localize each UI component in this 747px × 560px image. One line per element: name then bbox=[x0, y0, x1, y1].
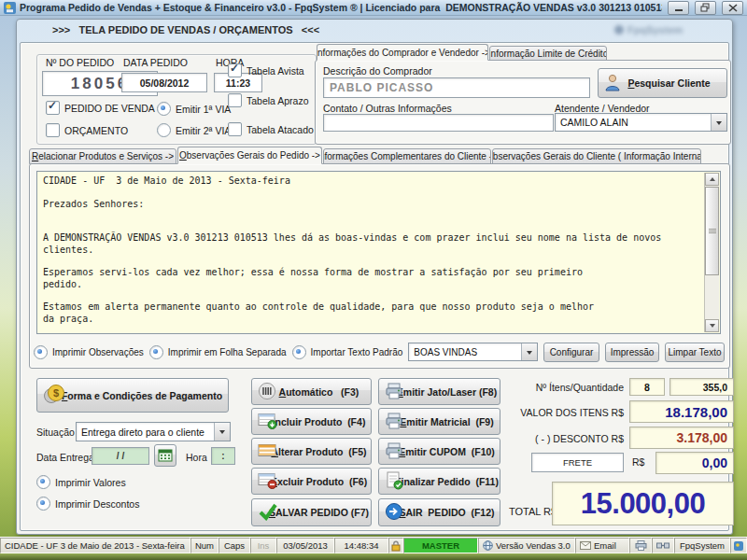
configurar-button[interactable]: Configurar bbox=[543, 343, 599, 362]
sair-pedido-button[interactable]: SAIR PEDIDO (F12) bbox=[378, 498, 500, 526]
scrollbar-thumb[interactable] bbox=[705, 187, 719, 275]
checkbox-icon bbox=[228, 63, 242, 77]
salvar-pedido-button[interactable]: SALVAR PEDIDO (F7) bbox=[251, 498, 372, 526]
printer-icon bbox=[385, 412, 403, 432]
checkbox-orcamento[interactable]: ORÇAMENTO bbox=[46, 123, 128, 137]
frete-rs-label: R$ bbox=[632, 456, 644, 468]
frete-button[interactable]: FRETE bbox=[531, 453, 624, 472]
table-remove-icon bbox=[258, 471, 277, 491]
radio-emitir-1-via[interactable]: Emitir 1ª VIA bbox=[157, 102, 231, 116]
checkbox-tabela-aprazo[interactable]: Tabela Aprazo bbox=[228, 93, 309, 107]
hora-entrega-field[interactable]: : bbox=[211, 447, 235, 465]
tab-limite-credito[interactable]: Informação Limite de Crédito bbox=[489, 46, 607, 61]
order-date-field[interactable]: 05/08/2012 bbox=[121, 73, 207, 92]
order-number-label: Nº DO PEDIDO bbox=[46, 57, 114, 68]
status-caps: Caps bbox=[218, 538, 250, 553]
check-icon bbox=[258, 502, 278, 523]
chevron-down-icon bbox=[521, 343, 537, 360]
data-entrega-label: Data Entrega bbox=[36, 452, 94, 463]
calendar-icon bbox=[158, 448, 173, 463]
valor-itens-field: 18.178,00 bbox=[629, 400, 734, 423]
globe-icon bbox=[483, 540, 493, 551]
calendar-button[interactable] bbox=[154, 444, 176, 467]
observations-textarea[interactable]: CIDADE - UF 3 de Maio de 2013 - Sexta-fe… bbox=[36, 171, 721, 334]
status-bar: CIDADE - UF 3 de Maio de 2013 - Sexta-fe… bbox=[0, 537, 747, 553]
chevron-down-icon bbox=[711, 114, 726, 131]
svg-text:$: $ bbox=[53, 387, 59, 399]
scroll-up-button[interactable] bbox=[705, 173, 719, 186]
radio-imprimir-folha-separada[interactable]: Imprimir em Folha Separada bbox=[149, 345, 287, 359]
checkbox-pedido-de-venda[interactable]: PEDIDO DE VENDA bbox=[46, 101, 155, 115]
coins-icon: $ bbox=[43, 384, 67, 408]
status-ins: Ins bbox=[250, 538, 276, 553]
vertical-scrollbar[interactable] bbox=[704, 173, 719, 332]
tab-observacoes-pedido[interactable]: Observações Gerais do Pedido -> bbox=[177, 147, 322, 164]
tab-relacionar-produtos[interactable]: Relacionar Produtos e Serviços -> bbox=[29, 148, 176, 164]
window-bottom-edge bbox=[0, 553, 747, 560]
checkbox-tabela-atacado[interactable]: Tabela Atacado bbox=[228, 122, 314, 136]
checkbox-icon bbox=[46, 123, 60, 137]
radio-imprimir-valores[interactable]: Imprimir Valores bbox=[36, 475, 126, 489]
envelope-icon bbox=[580, 541, 591, 550]
incluir-produto-button[interactable]: Incluir Produto (F4) bbox=[251, 408, 372, 435]
app-icon bbox=[4, 2, 16, 14]
data-entrega-field[interactable]: / / bbox=[92, 447, 149, 465]
status-brand: FpqSystem bbox=[674, 538, 730, 553]
title-bar: Programa Pedido de Vendas + Estoque & Fi… bbox=[0, 0, 747, 16]
itens-quantidade-label: Nº Ítens/Quantidade bbox=[456, 382, 624, 393]
radio-imprimir-descontos[interactable]: Imprimir Descontos bbox=[36, 497, 139, 511]
close-button[interactable] bbox=[722, 1, 743, 15]
minimize-button[interactable] bbox=[668, 1, 689, 15]
radio-icon bbox=[34, 345, 48, 359]
radio-icon bbox=[157, 102, 171, 116]
barcode-icon bbox=[258, 382, 276, 402]
radio-icon bbox=[149, 345, 163, 359]
radio-icon bbox=[292, 345, 306, 359]
table-add-icon bbox=[258, 412, 277, 431]
radio-importar-texto-padrao[interactable]: Importar Texto Padrão bbox=[292, 345, 403, 359]
scroll-down-button[interactable] bbox=[705, 319, 719, 332]
impressao-button[interactable]: Impressão bbox=[605, 343, 659, 362]
situacao-dropdown[interactable]: Entrega direto para o cliente bbox=[76, 422, 231, 441]
contato-field[interactable] bbox=[323, 114, 554, 132]
pesquisar-cliente-button[interactable]: Pesquisar Cliente bbox=[598, 68, 727, 98]
restore-button[interactable] bbox=[695, 1, 716, 15]
status-printer[interactable] bbox=[629, 538, 652, 553]
situacao-label: Situação bbox=[36, 427, 75, 438]
status-versao: Versão Vendas 3.0 bbox=[478, 538, 575, 553]
checkbox-icon bbox=[46, 101, 60, 115]
application-window: Programa Pedido de Vendas + Estoque & Fi… bbox=[0, 0, 747, 560]
table-edit-icon bbox=[258, 441, 277, 461]
status-lock bbox=[388, 538, 403, 553]
limpar-texto-button[interactable]: Limpar Texto bbox=[665, 343, 725, 362]
tab-comprador-vendedor[interactable]: Informações do Comprador e Vendedor -> bbox=[317, 44, 488, 61]
printer-icon bbox=[385, 382, 403, 402]
buyer-name-field[interactable]: PABLO PICASSO bbox=[323, 77, 590, 98]
checkbox-icon bbox=[228, 122, 242, 136]
itens-field: 8 bbox=[629, 378, 665, 396]
finalizar-pedido-button[interactable]: Finalizar Pedido (F11) bbox=[378, 468, 500, 495]
frete-field[interactable]: 0,00 bbox=[655, 452, 734, 474]
status-email[interactable]: Email bbox=[575, 538, 629, 553]
automatico-button[interactable]: Automático (F3) bbox=[251, 378, 372, 405]
checkbox-tabela-avista[interactable]: Tabela Avista bbox=[228, 63, 304, 77]
tab-informacoes-complementares[interactable]: Informações Complementares do Cliente -> bbox=[323, 148, 491, 164]
alterar-produto-button[interactable]: Alterar Produto (F5) bbox=[251, 438, 372, 465]
excluir-produto-button[interactable]: Excluir Produto (F6) bbox=[251, 468, 372, 495]
hora-entrega-label: Hora bbox=[186, 452, 207, 463]
person-icon bbox=[604, 73, 621, 93]
radio-imprimir-observacoes[interactable]: Imprimir Observações bbox=[34, 345, 144, 359]
sales-order-form: >>> TELA PEDIDO DE VENDAS / ORÇAMENTOS <… bbox=[16, 19, 733, 535]
texto-padrao-dropdown[interactable]: BOAS VINDAS bbox=[408, 343, 538, 361]
total-label: TOTAL R$ bbox=[509, 506, 557, 517]
buyer-name-label: Descrição do Comprador bbox=[323, 65, 432, 77]
observations-toolbar: Imprimir Observações Imprimir em Folha S… bbox=[34, 341, 725, 363]
valor-itens-label: VALOR DOS ITENS R$ bbox=[456, 407, 624, 418]
lock-icon bbox=[391, 540, 401, 552]
atendente-dropdown[interactable]: CAMILO ALAIN bbox=[555, 113, 727, 132]
status-num: Num bbox=[190, 538, 218, 553]
forma-pagamento-button[interactable]: $ Forma e Condições de Pagamento bbox=[36, 378, 229, 413]
radio-emitir-2-via[interactable]: Emitir 2ª VIA bbox=[157, 123, 231, 137]
tab-observacoes-cliente[interactable]: Observações Gerais do Cliente ( Informaç… bbox=[492, 148, 701, 164]
checkbox-icon bbox=[228, 93, 242, 107]
